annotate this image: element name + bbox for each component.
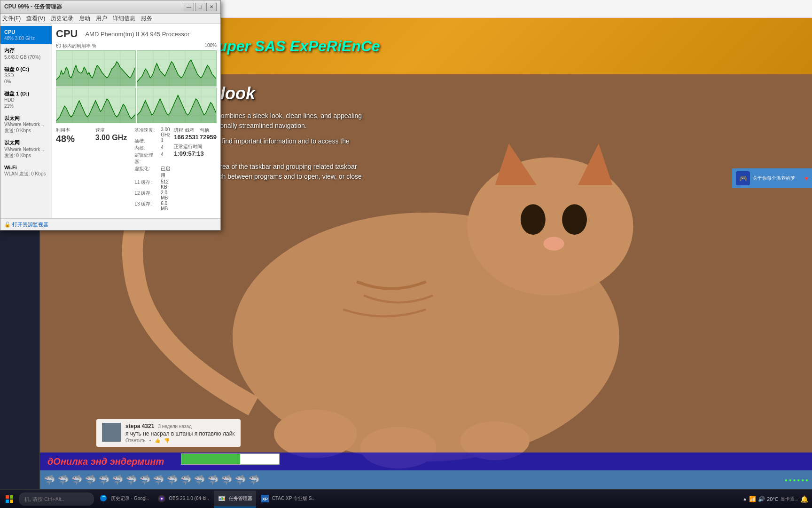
sidebar-item-eth1[interactable]: 以太网 VMware Network .. 发送: 0 Kbps bbox=[0, 136, 52, 161]
shark-icon-7: 🦈 bbox=[125, 474, 137, 485]
shark-icon-3: 🦈 bbox=[71, 474, 83, 485]
comment-time: 3 недели назад bbox=[158, 424, 191, 429]
tm-titlebar: CPU 99% - 任务管理器 — □ ✕ bbox=[0, 0, 220, 14]
shark-icon-4: 🦈 bbox=[85, 474, 96, 485]
processes-label: 进程 bbox=[174, 127, 184, 134]
taskbar-items: 历史记录 - Googl.. OBS 26.1.0 (64-bi.. 任务管理器… bbox=[94, 491, 739, 508]
l2-label: L2 缓存: bbox=[134, 190, 157, 200]
sidebar-item-cpu[interactable]: CPU 48% 3.00 GHz bbox=[0, 26, 52, 44]
like-button[interactable]: • bbox=[149, 438, 151, 443]
dislike-icon[interactable]: 👎 bbox=[164, 438, 170, 443]
cpu-graph-canvas-2 bbox=[56, 88, 136, 124]
shark-icon-5: 🦈 bbox=[98, 474, 110, 485]
comment-avatar bbox=[102, 423, 121, 442]
l3-label: L3 缓存: bbox=[134, 201, 157, 211]
sidebar-item-memory[interactable]: 内存 5.6/8.0 GB (70%) bbox=[0, 44, 52, 63]
menu-view[interactable]: 查看(V) bbox=[26, 15, 45, 23]
windows-logo-icon bbox=[5, 495, 14, 503]
taskbar-item-edge[interactable]: 历史记录 - Googl.. bbox=[96, 491, 153, 508]
side-notification[interactable]: 🎮 关于你每个温养的梦 ♥ bbox=[732, 168, 812, 188]
menu-details[interactable]: 详细信息 bbox=[113, 15, 135, 23]
virt-value: 已启用 bbox=[161, 166, 170, 179]
bottom-text-banner: дОнилка энд эндерминт bbox=[40, 452, 812, 470]
progress-fill bbox=[181, 454, 240, 464]
shark-icon-8: 🦈 bbox=[139, 474, 151, 485]
tm-menubar: 文件(F) 查看(V) 历史记录 启动 用户 详细信息 服务 bbox=[0, 14, 220, 24]
bottom-text: дОнилка энд эндерминт bbox=[47, 456, 164, 467]
cpu-graph-1 bbox=[137, 50, 217, 87]
shark-icon-9: 🦈 bbox=[153, 474, 164, 485]
cpu-graph-label: 60 秒内的利用率 % 100% bbox=[56, 43, 217, 49]
cpu-graph-2 bbox=[56, 87, 136, 124]
tm-window-title: CPU 99% - 任务管理器 bbox=[4, 3, 62, 11]
svg-point-7 bbox=[543, 237, 564, 250]
sidebar-eth0-label: 以太网 bbox=[4, 115, 48, 121]
menu-services[interactable]: 服务 bbox=[141, 15, 152, 23]
tray-network-icon: 📶 bbox=[749, 496, 756, 502]
svg-rect-21 bbox=[221, 497, 223, 500]
base-speed-label: 基准速度: bbox=[134, 127, 157, 137]
taskbar-item-taskmgr[interactable]: 任务管理器 bbox=[214, 491, 256, 508]
svg-rect-20 bbox=[219, 498, 221, 500]
ctac-item-label: CTAC XP 专业版 S.. bbox=[272, 495, 314, 502]
stat-processes: 进程 166 线程 2531 句柄 72959 正常运行时间 bbox=[174, 127, 217, 211]
sidebar-memory-label: 内存 bbox=[4, 47, 48, 54]
cpu-model: AMD Phenom(tm) II X4 945 Processor bbox=[85, 31, 189, 38]
cpu-graph-0 bbox=[56, 50, 136, 87]
tray-notification-bell[interactable]: 🔔 bbox=[800, 495, 808, 503]
taskbar-item-obs[interactable]: OBS 26.1.0 (64-bi.. bbox=[154, 491, 213, 508]
logical-value: 4 bbox=[161, 152, 170, 165]
shark-icon-11: 🦈 bbox=[180, 474, 192, 485]
taskbar-search-input[interactable] bbox=[19, 492, 94, 506]
menu-startup[interactable]: 启动 bbox=[79, 15, 90, 23]
start-button[interactable] bbox=[0, 490, 19, 508]
taskbar-item-ctac[interactable]: XP CTAC XP 专业版 S.. bbox=[257, 491, 318, 508]
taskbar-tray: ▲ 📶 🔊 20°C 显卡通... 🔔 bbox=[739, 495, 812, 503]
comment-actions: Ответить • 👍 👎 bbox=[125, 438, 235, 443]
shark-icon-2: 🦈 bbox=[57, 474, 69, 485]
like-icon[interactable]: 👍 bbox=[155, 438, 160, 443]
handles-label: 句柄 bbox=[200, 127, 217, 134]
reply-link[interactable]: Ответить bbox=[125, 438, 146, 443]
menu-users[interactable]: 用户 bbox=[96, 15, 107, 23]
maximize-button[interactable]: □ bbox=[195, 3, 205, 11]
l1-value: 512 KB bbox=[161, 179, 170, 190]
minimize-button[interactable]: — bbox=[184, 3, 194, 11]
shark-strip-dots: ● ● ● ● ● ● bbox=[785, 477, 808, 483]
svg-point-5 bbox=[521, 204, 546, 235]
menu-file[interactable]: 文件(F) bbox=[2, 15, 21, 23]
notif-text: 关于你每个温养的梦 bbox=[753, 175, 802, 182]
tray-temp: 20°C bbox=[767, 496, 779, 502]
tray-show-icons[interactable]: ▲ bbox=[742, 496, 747, 501]
comment-area: stepa 4321 3 недели назад я чуть не наср… bbox=[96, 419, 241, 447]
notif-heart-icon: ♥ bbox=[804, 175, 808, 182]
uptime-value: 1:09:57:13 bbox=[174, 150, 217, 157]
stat-details-col: 基准速度: 3.00 GHz 插槽: 1 内核: 4 逻辑处理器: 4 虚拟化:… bbox=[134, 127, 170, 211]
comment-author: stepa 4321 bbox=[125, 423, 154, 429]
sidebar-disk1-label: 磁盘 1 (D:) bbox=[4, 90, 48, 97]
virt-label: 虚拟化: bbox=[134, 166, 157, 179]
sidebar-eth1-label: 以太网 bbox=[4, 139, 48, 146]
shark-icon-1: 🦈 bbox=[44, 474, 55, 485]
shark-icon-10: 🦈 bbox=[166, 474, 178, 485]
cpu-graph-canvas-3 bbox=[137, 88, 217, 124]
svg-rect-13 bbox=[6, 500, 9, 503]
close-button[interactable]: ✕ bbox=[206, 3, 217, 11]
sidebar-item-disk1[interactable]: 磁盘 1 (D:) HDD 21% bbox=[0, 87, 52, 112]
sidebar-disk0-sub: SSD 0% bbox=[4, 72, 48, 85]
svg-rect-14 bbox=[10, 500, 13, 503]
shark-icon-14: 🦈 bbox=[221, 474, 233, 485]
svg-rect-11 bbox=[6, 495, 9, 499]
video-progress-bar[interactable] bbox=[181, 453, 280, 465]
comment-body: stepa 4321 3 недели назад я чуть не наср… bbox=[125, 423, 235, 443]
sidebar-item-disk0[interactable]: 磁盘 0 (C:) SSD 0% bbox=[0, 63, 52, 87]
edge-icon bbox=[100, 494, 108, 503]
sidebar-item-wifi[interactable]: Wi-Fi WLAN 发送: 0 Kbps bbox=[0, 161, 52, 180]
sidebar-item-eth0[interactable]: 以太网 VMware Network .. 发送: 0 Kbps bbox=[0, 112, 52, 136]
open-resource-monitor-link[interactable]: 🔓 打开资源监视器 bbox=[4, 221, 48, 228]
cpu-graphs bbox=[56, 50, 217, 123]
svg-rect-22 bbox=[223, 498, 225, 500]
menu-history[interactable]: 历史记录 bbox=[51, 15, 73, 23]
tm-window-controls: — □ ✕ bbox=[184, 3, 217, 11]
l1-label: L1 缓存: bbox=[134, 179, 157, 190]
